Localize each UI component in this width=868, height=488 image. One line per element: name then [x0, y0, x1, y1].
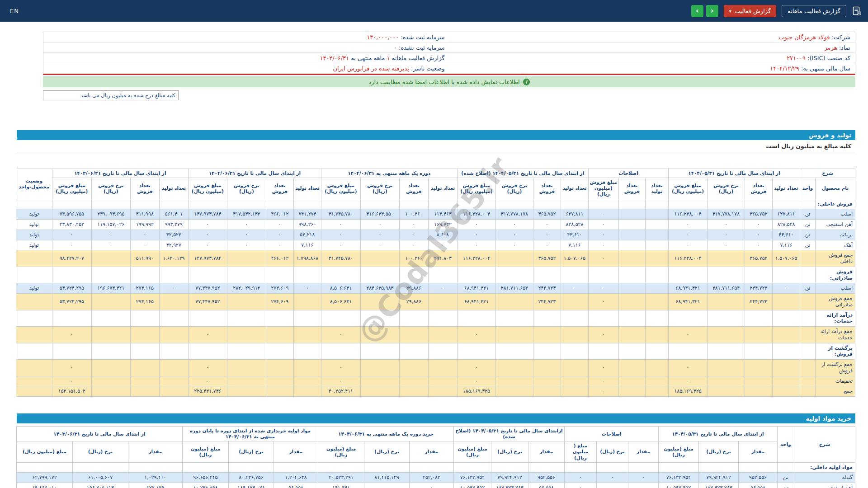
group-header: واحد — [778, 427, 794, 463]
empty-cell — [360, 310, 399, 327]
value-cell — [708, 327, 745, 343]
value-cell: ۹۶,۶۵۶,۲۴۵ — [182, 473, 228, 483]
value-cell: ۶۸,۹۴۱,۳۲۱ — [668, 294, 707, 310]
empty-cell — [182, 462, 228, 473]
next-report-button[interactable]: › — [706, 5, 718, 17]
info-value: ۰ — [394, 44, 397, 51]
value-cell — [708, 376, 745, 386]
empty-cell — [668, 267, 707, 283]
value-cell — [561, 294, 588, 310]
value-cell: ۰ — [52, 230, 91, 240]
value-cell — [91, 294, 130, 310]
value-cell: ۰ — [457, 360, 495, 376]
value-cell: ۱۸۵,۱۶۹,۳۲۵ — [668, 386, 707, 397]
empty-cell — [533, 310, 561, 327]
value-cell: ۰ — [668, 360, 707, 376]
value-cell: ۰ — [321, 327, 360, 343]
value-cell: ۰ — [628, 473, 659, 483]
value-cell — [266, 327, 293, 343]
table-row: آهن اسفنجیتن۵۶,۵۵۸۱۸۷,۳۷۳,۲۶۳۱۰,۵۹۷,۴۵۷۰… — [16, 483, 855, 488]
value-cell: ۱۹,۸۶۶,۰۱۰ — [16, 483, 72, 488]
empty-cell — [428, 310, 457, 327]
value-cell: ۱۴۷,۹۷۳,۷۸۴ — [188, 250, 227, 267]
previous-report-button[interactable]: ‹ — [691, 5, 703, 17]
table-row: بریکتتن۴۳,۶۱۰۰۰۰۰۴۳,۶۱۰۰۰۰۸,۶۰۸۰۰۰۵۲,۲۱۸… — [16, 230, 855, 240]
column-header: مبلغ فروش (میلیون ریال) — [588, 178, 618, 199]
empty-cell — [321, 343, 360, 360]
value-cell — [708, 250, 745, 267]
table-row: آهکتن۷,۱۱۶۰۰۰۰۷,۱۱۶۰۰۰۰۰۰۰۷,۱۱۶۰۰۰۳۲,۹۲۷… — [16, 240, 855, 250]
info-value: ۱۴۰۴/۰۶/۳۱ — [320, 55, 349, 61]
value-cell — [533, 376, 561, 386]
navbar-right-group: گزارش فعالیت ماهانه گزارش فعالیت ▾ ‹ › — [668, 5, 862, 17]
value-cell — [360, 294, 399, 310]
value-cell: ۷۶,۱۳۲,۹۵۴ — [453, 473, 491, 483]
value-cell: ۰ — [130, 240, 159, 250]
value-cell: ۰ — [745, 220, 773, 230]
info-row: کد صنعت (ISIC): ۲۷۱۰۰۹گزارش فعالیت ماهان… — [43, 53, 855, 63]
value-cell: ۰ — [457, 230, 495, 240]
value-cell — [360, 360, 399, 376]
value-cell: ۰ — [533, 230, 561, 240]
value-cell: ۰ — [91, 230, 130, 240]
empty-cell — [428, 343, 457, 360]
value-cell: ۰ — [564, 473, 596, 483]
group-header: خرید دوره یک ماهه منتهی به ۱۴۰۴/۰۶/۳۱ — [318, 427, 453, 441]
value-cell — [364, 483, 409, 488]
value-cell: ۳۱۶,۶۳۴,۵۵۰ — [360, 209, 399, 220]
section-label-cell: برگشت از فروش: — [816, 343, 855, 360]
empty-cell — [745, 310, 773, 327]
empty-cell — [159, 267, 188, 283]
value-cell: ۵۶۱,۴۰۱ — [159, 209, 188, 220]
value-cell: ۰ — [745, 230, 773, 240]
value-cell — [159, 376, 188, 386]
column-header: تعداد فروش — [399, 178, 428, 199]
value-cell: ۸,۵۰۶,۶۳۱ — [321, 294, 360, 310]
empty-cell — [800, 267, 816, 283]
empty-cell — [128, 462, 182, 473]
empty-cell — [618, 310, 645, 327]
value-cell — [618, 327, 645, 343]
value-cell: ۷۷,۴۴۷,۹۵۲ — [188, 294, 227, 310]
value-cell: ۷,۱۱۶ — [293, 240, 321, 250]
value-cell: ۷,۱۱۶ — [773, 240, 800, 250]
empty-cell — [16, 343, 52, 360]
column-header: مبلغ (میلیون ریال) — [659, 441, 699, 462]
empty-cell — [428, 199, 457, 209]
language-toggle-en[interactable]: EN — [10, 8, 19, 14]
empty-cell — [227, 343, 266, 360]
value-cell: ۱۰۰,۲۶۰ — [399, 209, 428, 220]
column-header: تعداد فروش — [266, 178, 293, 199]
info-value: فولاد هرمزگان جنوب — [778, 34, 830, 41]
info-label: سال مالی منتهی به: — [799, 65, 850, 72]
value-cell: ۲۰,۵۲۳,۲۹۱ — [318, 473, 364, 483]
column-header: تعداد تولید — [561, 178, 588, 199]
empty-cell — [409, 462, 453, 473]
product-name-cell: جمع فروش صادراتی — [816, 294, 855, 310]
value-cell: ۰ — [533, 240, 561, 250]
value-cell: ۰ — [457, 327, 495, 343]
empty-cell — [91, 267, 130, 283]
value-cell — [293, 376, 321, 386]
value-cell: ۰ — [457, 376, 495, 386]
group-header: شرح — [794, 427, 855, 463]
value-cell: ۰ — [773, 283, 800, 294]
empty-cell — [457, 267, 495, 283]
value-cell: ۰ — [360, 220, 399, 230]
column-header: نرخ (ریال) — [699, 441, 739, 462]
value-cell: ۱۱۶,۲۲۸,۰۰۴ — [668, 250, 707, 267]
empty-cell — [561, 310, 588, 327]
value-cell — [360, 327, 399, 343]
column-header: نرخ فروش (ریال) — [495, 178, 533, 199]
value-cell: ۰ — [159, 283, 188, 294]
unit-cell: تن — [800, 220, 816, 230]
column-header: مبلغ (میلیون ریال) — [453, 441, 491, 462]
empty-cell — [52, 343, 91, 360]
value-cell: ۲۸۱,۷۱۱,۶۵۴ — [495, 283, 533, 294]
value-cell — [159, 327, 188, 343]
info-cell-right: کد صنعت (ISIC): ۲۷۱۰۰۹ — [449, 55, 855, 61]
value-cell — [773, 360, 800, 376]
report-type-dropdown[interactable]: گزارش فعالیت ▾ — [724, 5, 776, 17]
empty-cell — [364, 462, 409, 473]
value-cell: ۵۲,۲۱۸ — [293, 230, 321, 240]
